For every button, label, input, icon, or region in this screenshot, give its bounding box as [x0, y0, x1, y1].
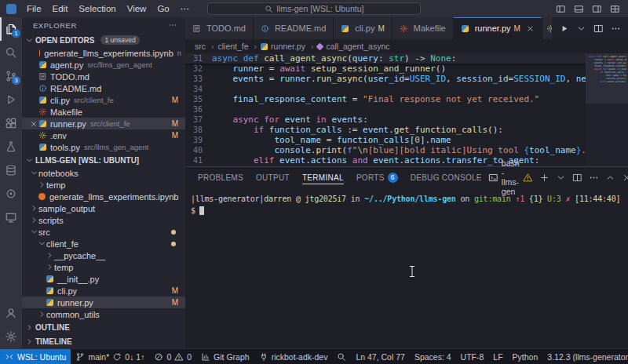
activity-accounts[interactable] [0, 301, 22, 325]
line-number[interactable]: 41 [185, 155, 212, 166]
status-git-branch[interactable]: main*0↓ 1↑ [71, 349, 149, 364]
status-encoding[interactable]: UTF-8 [456, 349, 489, 364]
status-indentation[interactable]: Spaces: 4 [410, 349, 456, 364]
ellipsis-icon[interactable] [168, 20, 177, 30]
run-python-file-button[interactable] [559, 24, 569, 34]
line-number[interactable]: 38 [185, 125, 212, 135]
tree-item[interactable]: temp [22, 261, 185, 273]
open-editor-item[interactable]: tools.pysrc/llms_gen_agent [22, 141, 185, 153]
status-screencast[interactable] [332, 349, 351, 364]
new-terminal-button[interactable] [539, 173, 550, 183]
open-editor-item[interactable]: generate_llms_experiments.ipynbnotebooks [22, 47, 185, 59]
activity-remote-explorer[interactable] [0, 206, 22, 229]
panel-tab-problems[interactable]: PROBLEMS [192, 167, 250, 187]
activity-source-control[interactable]: 3 [0, 64, 22, 88]
activity-extensions[interactable] [0, 111, 22, 135]
tree-item[interactable]: __pycache__ [22, 249, 185, 261]
activity-settings[interactable] [0, 325, 22, 348]
panel-tab-ports[interactable]: PORTS6 [350, 167, 404, 187]
tree-item[interactable]: __init__.py [22, 273, 185, 285]
status-cursor-position[interactable]: Ln 47, Col 77 [351, 349, 409, 364]
tree-item[interactable]: runner.pyM [22, 297, 185, 308]
open-editor-item[interactable]: cli.pysrc/client_feM [22, 94, 185, 106]
menu-overflow[interactable]: ⋯ [175, 0, 195, 17]
close-icon[interactable] [28, 119, 38, 128]
command-center[interactable]: llms-gen [WSL: Ubuntu] [207, 2, 421, 15]
status-rickbot-adk-dev[interactable]: rickbot-adk-dev [254, 349, 333, 364]
activity-explorer[interactable]: 1 [0, 17, 22, 41]
tree-item[interactable]: src [22, 226, 185, 238]
minimap[interactable]: async def call_agent_async(query: str) -… [586, 53, 628, 166]
activity-testing[interactable] [0, 135, 22, 158]
activity-database[interactable] [0, 158, 22, 182]
close-icon[interactable] [526, 24, 535, 33]
status-remote-indicator[interactable]: WSL: Ubuntu [0, 349, 71, 364]
line-number[interactable]: 32 [185, 64, 212, 74]
open-editor-item[interactable]: Makefile [22, 106, 185, 118]
section-timeline[interactable]: TIMELINE [22, 334, 185, 348]
status-eol[interactable]: LF [488, 349, 507, 364]
tree-item[interactable]: scripts [22, 214, 185, 226]
status-python-interpreter[interactable]: 3.12.3 (llms-generator) [542, 349, 628, 364]
code-editor[interactable]: 31async def call_agent_async(query: str)… [185, 53, 628, 166]
status-language-mode[interactable]: Python [508, 349, 543, 364]
menu-selection[interactable]: Selection [73, 0, 121, 17]
open-editor-item[interactable]: README.md [22, 82, 185, 94]
status-git-graph[interactable]: Git Graph [196, 349, 254, 364]
open-editor-item[interactable]: agent.pysrc/llms_gen_agent [22, 59, 185, 71]
tab-todo-md[interactable]: TODO.md [185, 17, 254, 39]
line-number[interactable]: 35 [185, 94, 212, 104]
tree-item[interactable]: notebooks [22, 167, 185, 179]
open-editor-item[interactable]: .envM [22, 129, 185, 141]
line-number[interactable]: 39 [185, 135, 212, 145]
tree-item[interactable]: common_utils [22, 308, 185, 320]
toggle-panel-button[interactable] [574, 4, 584, 14]
tree-item[interactable]: temp [22, 179, 185, 191]
split-terminal-button[interactable] [572, 173, 582, 183]
toggle-secondary-sidebar-button[interactable] [592, 4, 602, 14]
line-number[interactable]: 36 [185, 104, 212, 115]
breadcrumb-call_agent_async[interactable]: call_agent_async [317, 42, 389, 51]
breadcrumb-client_fe[interactable]: client_fe [218, 42, 260, 51]
toggle-sidebar-button[interactable] [556, 4, 566, 14]
tab-runner-py[interactable]: runner.pyM [454, 17, 542, 39]
menu-go[interactable]: Go [152, 0, 174, 17]
customize-layout-button[interactable] [610, 4, 620, 14]
split-editor-button[interactable] [593, 24, 604, 34]
close-panel-button[interactable] [622, 173, 628, 183]
tree-item[interactable]: sample_output [22, 202, 185, 214]
panel-tab-terminal[interactable]: TERMINAL [296, 167, 350, 187]
more-actions-button[interactable] [611, 24, 621, 34]
breadcrumb-src[interactable]: src [195, 42, 217, 51]
tab--e[interactable]: .e [542, 17, 552, 39]
line-number[interactable]: 31 [185, 53, 212, 64]
menu-file[interactable]: File [21, 0, 47, 17]
line-number[interactable]: 40 [185, 145, 212, 155]
tree-item[interactable]: client_fe [22, 238, 185, 249]
open-editors-header[interactable]: OPEN EDITORS 1 unsaved [22, 33, 185, 47]
menu-view[interactable]: View [122, 0, 152, 17]
tab-makefile[interactable]: Makefile [392, 17, 454, 39]
tree-item[interactable]: generate_llms_experiments.ipynb [22, 191, 185, 202]
activity-search[interactable] [0, 41, 22, 64]
activity-jupyter[interactable] [0, 182, 22, 206]
line-number[interactable]: 37 [185, 115, 212, 125]
breadcrumb-runner.py[interactable]: runner.py [261, 42, 316, 51]
terminal-profile-dropdown[interactable] [556, 173, 566, 183]
run-dropdown[interactable] [576, 24, 586, 34]
panel-more-button[interactable] [589, 173, 599, 183]
maximize-panel-button[interactable] [605, 173, 615, 183]
panel-tab-debug-console[interactable]: DEBUG CONSOLE [404, 167, 488, 187]
tab-readme-md[interactable]: README.md [254, 17, 334, 39]
open-editor-item[interactable]: runner.pysrc/client_feM [22, 118, 185, 129]
open-editor-item[interactable]: TODO.md [22, 71, 185, 82]
section-outline[interactable]: OUTLINE [22, 320, 185, 334]
activity-run-and-debug[interactable] [0, 88, 22, 111]
tab-cli-py[interactable]: cli.pyM [334, 17, 392, 39]
line-number[interactable]: 34 [185, 84, 212, 94]
line-number[interactable]: 33 [185, 74, 212, 84]
status-problems[interactable]: 00 [149, 349, 196, 364]
tree-item[interactable]: cli.pyM [22, 285, 185, 297]
panel-tab-output[interactable]: OUTPUT [250, 167, 296, 187]
workspace-header[interactable]: LLMS-GEN [WSL: UBUNTU] [22, 153, 185, 167]
